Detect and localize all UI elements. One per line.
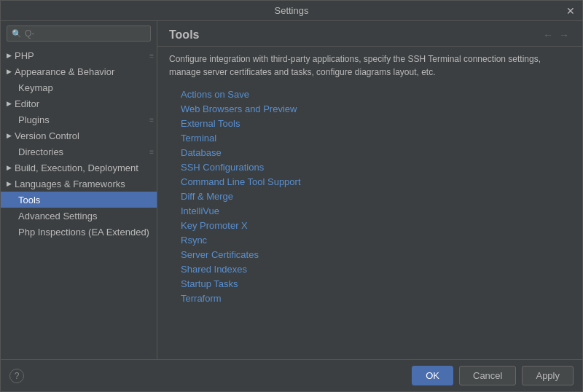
arrow-icon: ▶	[7, 100, 12, 107]
footer-left: ?	[9, 369, 24, 383]
content-link-command-line-tool-support[interactable]: Command Line Tool Support	[181, 175, 571, 189]
content-link-intellivue[interactable]: IntelliVue	[181, 204, 571, 218]
sidebar-item-editor[interactable]: ▶ Editor	[1, 95, 157, 111]
sidebar-item-plugins[interactable]: Plugins ≡	[1, 111, 157, 128]
content-link-ssh-configurations[interactable]: SSH Configurations	[181, 160, 571, 174]
sidebar-item-php-inspections[interactable]: Php Inspections (EA Extended)	[1, 224, 157, 240]
arrow-icon: ▶	[7, 164, 12, 171]
content-links: Actions on SaveWeb Browsers and PreviewE…	[157, 85, 582, 317]
search-input[interactable]	[25, 28, 146, 39]
arrow-icon: ▶	[7, 180, 12, 187]
content-title: Tools	[169, 28, 199, 42]
content-link-external-tools[interactable]: External Tools	[181, 117, 571, 130]
title-bar: Settings ✕	[1, 1, 582, 21]
forward-button[interactable]: →	[557, 29, 571, 41]
sidebar-item-keymap[interactable]: Keymap	[1, 79, 157, 95]
sidebar: 🔍 ▶ PHP ≡ ▶ Appearance & Behavior Keymap	[1, 21, 157, 359]
content-link-terraform[interactable]: Terraform	[181, 291, 571, 305]
nav-arrows: ← →	[541, 29, 571, 41]
close-button[interactable]: ✕	[565, 5, 576, 17]
sidebar-item-languages[interactable]: ▶ Languages & Frameworks	[1, 176, 157, 192]
search-box[interactable]: 🔍	[7, 26, 151, 42]
sidebar-item-directories[interactable]: Directories ≡	[1, 144, 157, 160]
sidebar-item-version-control[interactable]: ▶ Version Control	[1, 128, 157, 144]
sidebar-items: ▶ PHP ≡ ▶ Appearance & Behavior Keymap ▶…	[1, 46, 157, 359]
content-link-diff-merge[interactable]: Diff & Merge	[181, 189, 571, 203]
expand-icon: ≡	[149, 52, 154, 60]
dialog-title: Settings	[275, 5, 309, 16]
content-link-web-browsers-preview[interactable]: Web Browsers and Preview	[181, 102, 571, 116]
apply-button[interactable]: Apply	[522, 366, 574, 385]
content-link-actions-on-save[interactable]: Actions on Save	[181, 87, 571, 101]
content-link-startup-tasks[interactable]: Startup Tasks	[181, 277, 571, 291]
ok-button[interactable]: OK	[412, 366, 453, 385]
content-area: Tools ← → Configure integration with thi…	[157, 21, 582, 359]
content-link-server-certificates[interactable]: Server Certificates	[181, 248, 571, 262]
sidebar-item-tools[interactable]: Tools	[1, 192, 157, 208]
arrow-icon: ▶	[7, 52, 12, 59]
content-description: Configure integration with third-party a…	[157, 47, 582, 85]
help-button[interactable]: ?	[9, 369, 24, 383]
cancel-button[interactable]: Cancel	[459, 366, 516, 385]
sidebar-item-advanced-settings[interactable]: Advanced Settings	[1, 208, 157, 224]
expand-icon: ≡	[149, 116, 154, 124]
sidebar-item-php[interactable]: ▶ PHP ≡	[1, 47, 157, 63]
content-link-key-promoter-x[interactable]: Key Promoter X	[181, 219, 571, 232]
dialog-footer: ? OK Cancel Apply	[1, 359, 582, 391]
expand-icon: ≡	[149, 148, 154, 156]
content-link-terminal[interactable]: Terminal	[181, 131, 571, 145]
content-link-shared-indexes[interactable]: Shared Indexes	[181, 262, 571, 276]
back-button[interactable]: ←	[541, 29, 555, 41]
sidebar-item-build[interactable]: ▶ Build, Execution, Deployment	[1, 160, 157, 176]
sidebar-item-appearance-behavior[interactable]: ▶ Appearance & Behavior	[1, 63, 157, 79]
settings-dialog: Settings ✕ 🔍 ▶ PHP ≡ ▶ Appearance & Beha	[0, 0, 583, 392]
search-icon: 🔍	[12, 29, 22, 39]
content-link-database[interactable]: Database	[181, 146, 571, 160]
content-header: Tools ← →	[157, 21, 582, 47]
dialog-body: 🔍 ▶ PHP ≡ ▶ Appearance & Behavior Keymap	[1, 21, 582, 359]
arrow-icon: ▶	[7, 132, 12, 139]
footer-right: OK Cancel Apply	[412, 366, 574, 385]
arrow-icon: ▶	[7, 68, 12, 75]
content-link-rsync[interactable]: Rsync	[181, 233, 571, 247]
